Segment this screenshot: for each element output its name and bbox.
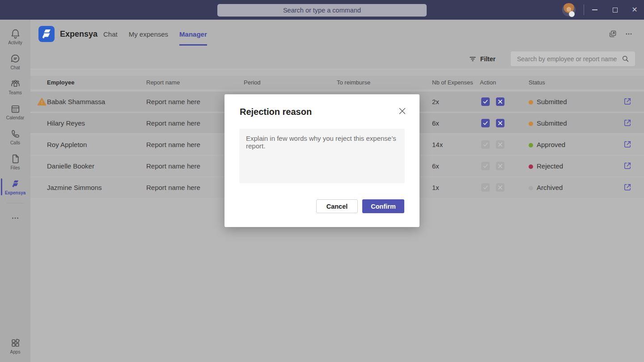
- teams-titlebar: ✕: [0, 0, 644, 20]
- apps-icon: [10, 337, 21, 349]
- approve-button: [481, 162, 490, 170]
- sidebar-item-expensya[interactable]: Expensya: [0, 174, 30, 199]
- status-dot: [529, 100, 533, 105]
- sidebar-item-calendar[interactable]: Calendar: [0, 99, 30, 124]
- confirm-button[interactable]: Confirm: [362, 199, 404, 213]
- open-report-icon[interactable]: [623, 97, 632, 106]
- rejection-reason-textarea[interactable]: [239, 129, 405, 183]
- approve-button: [481, 140, 490, 149]
- rejection-reason-dialog: Rejection reason Cancel Confirm: [225, 94, 419, 227]
- column-header-action: Action: [480, 76, 496, 89]
- nb-expenses-value: 2x: [432, 92, 439, 112]
- filter-icon: [469, 55, 477, 63]
- report-name: Report name here: [146, 177, 200, 198]
- maximize-icon[interactable]: [606, 0, 624, 20]
- reject-button[interactable]: [496, 119, 504, 127]
- file-icon: [10, 153, 21, 164]
- report-name: Report name here: [146, 135, 200, 155]
- calendar-icon: [10, 103, 21, 114]
- teams-sidebar: Activity Chat Teams Calendar Calls Files…: [0, 20, 30, 362]
- sidebar-item-chat[interactable]: Chat: [0, 49, 30, 74]
- tab-manager[interactable]: Manager: [179, 20, 207, 48]
- approve-button: [481, 183, 490, 192]
- nb-expenses-value: 14x: [432, 135, 443, 155]
- phone-icon: [10, 128, 21, 139]
- open-report-icon[interactable]: [623, 118, 632, 127]
- column-header-report-name: Report name: [146, 76, 180, 89]
- employee-name: Roy Appleton: [47, 135, 87, 155]
- presence-status-dot: [569, 11, 575, 17]
- dialog-close-icon[interactable]: [397, 106, 407, 116]
- approve-button[interactable]: [481, 97, 490, 106]
- rail-items: Activity Chat Teams Calendar Calls Files…: [0, 20, 30, 225]
- reject-button[interactable]: [496, 97, 504, 106]
- more-apps-icon[interactable]: [10, 213, 20, 225]
- sidebar-item-teams[interactable]: Teams: [0, 74, 30, 99]
- cancel-button[interactable]: Cancel: [316, 199, 358, 213]
- rail-divider: [7, 203, 24, 203]
- employee-name: Danielle Booker: [47, 156, 94, 176]
- reject-button: [496, 162, 504, 170]
- expensya-logo-icon: [38, 26, 55, 42]
- status-dot: [529, 164, 533, 169]
- report-name: Report name here: [146, 113, 200, 133]
- tab-my-expenses[interactable]: My expenses: [129, 20, 168, 48]
- search-icon[interactable]: [621, 55, 630, 63]
- report-name: Report name here: [146, 92, 200, 112]
- teams-icon: [10, 78, 21, 89]
- nb-expenses-value: 6x: [432, 113, 439, 133]
- warning-icon: [37, 97, 47, 106]
- open-report-icon[interactable]: [623, 140, 632, 149]
- nb-expenses-value: 6x: [432, 156, 439, 176]
- approve-button[interactable]: [481, 119, 490, 127]
- status-badge: Approved: [537, 141, 565, 148]
- app-title: Expensya: [60, 20, 97, 48]
- status-badge: Submitted: [537, 119, 567, 127]
- column-header-period: Period: [244, 76, 261, 89]
- sidebar-item-apps[interactable]: Apps: [0, 333, 30, 358]
- sidebar-item-calls[interactable]: Calls: [0, 124, 30, 149]
- reject-button: [496, 183, 504, 192]
- status-badge: Rejected: [537, 162, 563, 170]
- column-header-nb-of-expenses: Nb of Expenses: [432, 76, 473, 89]
- filter-button[interactable]: Filter: [469, 48, 496, 69]
- status-dot: [529, 143, 533, 147]
- status-badge: Submitted: [537, 98, 567, 105]
- open-report-icon[interactable]: [623, 183, 632, 192]
- employee-name: Babak Shammassa: [47, 92, 105, 112]
- app-tabs: ChatMy expensesManager: [103, 20, 207, 48]
- popout-icon[interactable]: [608, 29, 617, 38]
- table-search-input[interactable]: [511, 51, 635, 66]
- more-options-icon[interactable]: [624, 29, 633, 38]
- titlebar-divider: [584, 4, 584, 15]
- status-dot: [529, 122, 533, 126]
- column-header-status: Status: [529, 76, 545, 89]
- expensya-icon: [10, 178, 21, 189]
- column-header-employee: Employee: [47, 76, 74, 89]
- app-header: Expensya ChatMy expensesManager: [30, 20, 644, 48]
- table-header-row: EmployeeReport namePeriodTo reimburseNb …: [30, 76, 644, 89]
- filter-bar: Filter: [30, 48, 644, 69]
- reject-button: [496, 140, 504, 149]
- nb-expenses-value: 1x: [432, 177, 439, 198]
- dialog-title: Rejection reason: [240, 107, 312, 117]
- minimize-icon[interactable]: [586, 0, 604, 20]
- status-badge: Archived: [537, 184, 563, 191]
- tab-chat[interactable]: Chat: [103, 20, 118, 48]
- employee-name: Hilary Reyes: [47, 113, 85, 133]
- bell-icon: [10, 28, 21, 39]
- status-dot: [529, 186, 533, 190]
- report-name: Report name here: [146, 156, 200, 176]
- open-report-icon[interactable]: [623, 161, 632, 170]
- chat-icon: [10, 53, 21, 64]
- sidebar-item-activity[interactable]: Activity: [0, 24, 30, 49]
- column-header-to-reimburse: To reimburse: [337, 76, 370, 89]
- employee-name: Jazmine Simmons: [47, 177, 102, 198]
- command-search-input[interactable]: [217, 4, 427, 17]
- close-icon[interactable]: ✕: [626, 0, 644, 20]
- sidebar-item-files[interactable]: Files: [0, 149, 30, 174]
